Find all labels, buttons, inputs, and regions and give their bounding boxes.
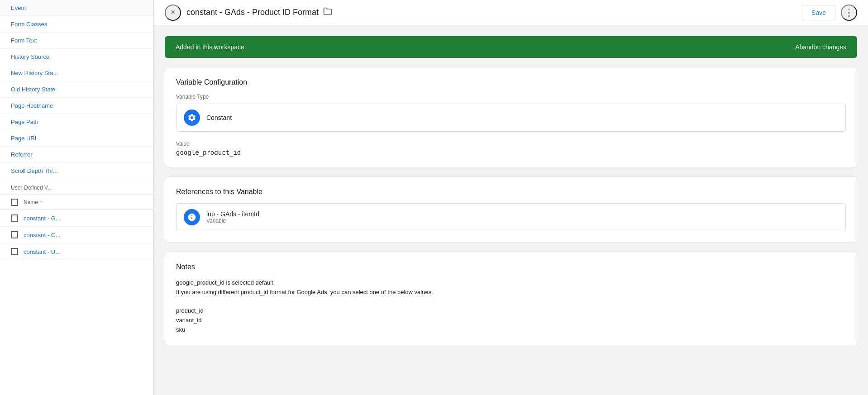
close-button[interactable]: ×: [165, 5, 181, 21]
reference-type: Variable: [206, 218, 259, 224]
variable-type-box: Constant: [176, 104, 846, 132]
sidebar-item-scroll-depth[interactable]: Scroll Depth Thr...: [0, 163, 153, 179]
sidebar-item-event[interactable]: Event: [0, 0, 153, 16]
main-panel: × constant - GAds - Product ID Format Sa…: [154, 0, 868, 395]
variable-type-name: Constant: [206, 114, 232, 121]
panel-title: constant - GAds - Product ID Format: [186, 7, 796, 18]
table-header-row: Name ↑: [0, 195, 153, 210]
row-checkbox-1[interactable]: [11, 214, 18, 222]
sidebar: Event Form Classes Form Text History Sou…: [0, 0, 154, 395]
sidebar-item-history-source[interactable]: History Source: [0, 49, 153, 65]
notes-card: Notes google_product_id is selected defa…: [165, 252, 857, 346]
reference-icon: [184, 209, 200, 225]
more-options-button[interactable]: ⋮: [841, 5, 857, 21]
notes-title: Notes: [176, 263, 846, 271]
row-checkbox-3[interactable]: [11, 248, 18, 255]
workspace-banner: Added in this workspace Abandon changes: [165, 36, 857, 58]
table-row[interactable]: constant - U...: [0, 243, 153, 260]
value-label: Value: [176, 141, 846, 147]
variable-config-title: Variable Configuration: [176, 78, 846, 86]
sidebar-item-form-classes[interactable]: Form Classes: [0, 16, 153, 33]
top-bar: × constant - GAds - Product ID Format Sa…: [154, 0, 868, 25]
row-checkbox-2[interactable]: [11, 231, 18, 238]
save-button[interactable]: Save: [802, 5, 835, 20]
sidebar-item-form-text[interactable]: Form Text: [0, 33, 153, 49]
top-bar-actions: Save ⋮: [802, 5, 857, 21]
sidebar-item-page-url[interactable]: Page URL: [0, 130, 153, 147]
table-row[interactable]: constant - G...: [0, 210, 153, 227]
references-title: References to this Variable: [176, 188, 846, 196]
folder-icon: [323, 7, 332, 18]
reference-name: lup - GAds - itemId: [206, 210, 259, 218]
sidebar-item-page-path[interactable]: Page Path: [0, 114, 153, 130]
variable-type-label: Variable Type: [176, 94, 846, 100]
variable-config-card: Variable Configuration Variable Type Con…: [165, 67, 857, 167]
reference-item[interactable]: lup - GAds - itemId Variable: [176, 203, 846, 231]
abandon-changes-button[interactable]: Abandon changes: [795, 43, 846, 51]
reference-info: lup - GAds - itemId Variable: [206, 210, 259, 224]
notes-content: google_product_id is selected default. I…: [176, 278, 846, 335]
user-defined-section-header: User-Defined V...: [0, 179, 153, 195]
sidebar-item-new-history-state[interactable]: New History Sta...: [0, 65, 153, 81]
banner-message: Added in this workspace: [176, 43, 244, 51]
table-row[interactable]: constant - G...: [0, 227, 153, 243]
references-card: References to this Variable lup - GAds -…: [165, 176, 857, 243]
content-area: Added in this workspace Abandon changes …: [154, 25, 868, 395]
sidebar-item-referrer[interactable]: Referrer: [0, 147, 153, 163]
sidebar-item-old-history-state[interactable]: Old History State: [0, 81, 153, 98]
variable-type-icon: [184, 109, 200, 126]
sidebar-item-page-hostname[interactable]: Page Hostname: [0, 98, 153, 114]
select-all-checkbox[interactable]: [11, 199, 18, 206]
value-text: google_product_id: [176, 149, 846, 156]
